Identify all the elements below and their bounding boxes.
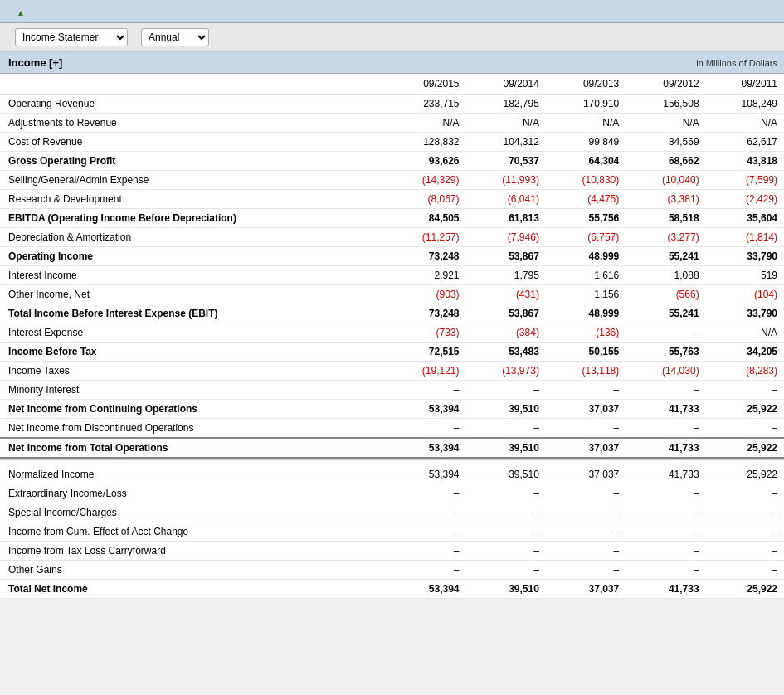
- table-row: Interest Expense(733)(384)(136)–N/A: [0, 323, 784, 343]
- row-value: N/A: [706, 114, 784, 133]
- row-value: 104,312: [466, 133, 546, 152]
- row-value: 48,999: [546, 304, 626, 323]
- section-header-row: Income [+] in Millions of Dollars: [0, 52, 784, 74]
- row-value: (2,429): [706, 190, 784, 209]
- row-label: Research & Development: [0, 190, 386, 209]
- row-value: 37,037: [546, 438, 626, 458]
- row-value: 1,156: [546, 285, 626, 304]
- row-value: –: [626, 503, 705, 522]
- row-value: (104): [706, 285, 784, 304]
- row-value: 108,249: [706, 95, 784, 114]
- row-value: (1,814): [706, 228, 784, 247]
- row-value: 41,733: [626, 579, 705, 598]
- row-value: 84,505: [386, 209, 465, 228]
- row-label: Special Income/Charges: [0, 503, 386, 522]
- row-value: (431): [466, 285, 546, 304]
- row-value: N/A: [546, 114, 626, 133]
- row-value: –: [466, 419, 546, 439]
- row-label: Income from Tax Loss Carryforward: [0, 541, 386, 560]
- units-label: in Millions of Dollars: [546, 52, 784, 74]
- row-value: 84,569: [626, 133, 705, 152]
- row-label: Selling/General/Admin Expense: [0, 171, 386, 190]
- row-value: 25,922: [706, 438, 784, 458]
- row-value: 39,510: [466, 579, 546, 598]
- row-value: –: [386, 503, 465, 522]
- row-label: Operating Revenue: [0, 95, 386, 114]
- section-title: Income [+]: [0, 52, 546, 74]
- row-value: (10,040): [626, 171, 705, 190]
- row-value: (11,257): [386, 228, 465, 247]
- row-value: 55,241: [626, 247, 705, 266]
- row-value: –: [626, 381, 705, 400]
- table-row: Depreciation & Amortization(11,257)(7,94…: [0, 228, 784, 247]
- row-value: (13,973): [466, 362, 546, 381]
- row-value: 73,248: [386, 304, 465, 323]
- row-value: (8,283): [706, 362, 784, 381]
- col-header-09/2015: 09/2015: [386, 74, 465, 95]
- row-value: 25,922: [706, 579, 784, 598]
- col-header-09/2013: 09/2013: [546, 74, 626, 95]
- row-label: Net Income from Total Operations: [0, 438, 386, 458]
- income-table-container: Income [+] in Millions of Dollars 09/201…: [0, 52, 784, 599]
- row-value: 53,394: [386, 459, 465, 484]
- column-header-row: 09/201509/201409/201309/201209/2011: [0, 74, 784, 95]
- row-label: Extraordinary Income/Loss: [0, 484, 386, 503]
- row-value: 53,867: [466, 247, 546, 266]
- row-value: 64,304: [546, 152, 626, 171]
- row-value: –: [546, 560, 626, 579]
- table-row: Total Income Before Interest Expense (EB…: [0, 304, 784, 323]
- row-value: –: [626, 560, 705, 579]
- price-change: ▲: [17, 8, 27, 17]
- row-value: –: [386, 419, 465, 439]
- table-row: Extraordinary Income/Loss–––––: [0, 484, 784, 503]
- row-value: 37,037: [546, 459, 626, 484]
- row-value: –: [706, 419, 784, 439]
- row-value: (903): [386, 285, 465, 304]
- row-value: (13,118): [546, 362, 626, 381]
- row-value: –: [626, 522, 705, 541]
- row-value: N/A: [466, 114, 546, 133]
- row-value: 39,510: [466, 400, 546, 419]
- table-row: Income from Cum. Effect of Acct Change––…: [0, 522, 784, 541]
- row-value: (14,030): [626, 362, 705, 381]
- row-value: N/A: [386, 114, 465, 133]
- table-row: Income Before Tax72,51553,48350,15555,76…: [0, 343, 784, 362]
- row-label: Depreciation & Amortization: [0, 228, 386, 247]
- row-value: (3,381): [626, 190, 705, 209]
- row-value: 33,790: [706, 304, 784, 323]
- row-value: 41,733: [626, 438, 705, 458]
- row-label: Gross Operating Profit: [0, 152, 386, 171]
- table-row: Income from Tax Loss Carryforward–––––: [0, 541, 784, 560]
- row-value: 182,795: [466, 95, 546, 114]
- col-header-09/2012: 09/2012: [626, 74, 705, 95]
- statement-select[interactable]: Income Statemer: [15, 28, 128, 46]
- row-label: Interest Expense: [0, 323, 386, 343]
- row-value: (4,475): [546, 190, 626, 209]
- view-select[interactable]: Annual: [141, 28, 209, 46]
- row-value: –: [706, 503, 784, 522]
- table-row: Operating Income73,24853,86748,99955,241…: [0, 247, 784, 266]
- row-value: –: [386, 522, 465, 541]
- row-value: –: [546, 522, 626, 541]
- row-value: 156,508: [626, 95, 705, 114]
- row-value: –: [466, 503, 546, 522]
- row-label: Income from Cum. Effect of Acct Change: [0, 522, 386, 541]
- row-label: Interest Income: [0, 266, 386, 285]
- table-row: Net Income from Continuing Operations53,…: [0, 400, 784, 419]
- row-value: (3,277): [626, 228, 705, 247]
- row-value: –: [706, 560, 784, 579]
- table-row: Research & Development(8,067)(6,041)(4,4…: [0, 190, 784, 209]
- row-value: –: [466, 381, 546, 400]
- row-value: 72,515: [386, 343, 465, 362]
- row-value: –: [386, 560, 465, 579]
- row-value: –: [706, 522, 784, 541]
- table-row: Minority Interest–––––: [0, 381, 784, 400]
- row-value: 53,394: [386, 438, 465, 458]
- row-value: –: [626, 323, 705, 343]
- row-value: 25,922: [706, 400, 784, 419]
- row-value: 519: [706, 266, 784, 285]
- row-label: Total Net Income: [0, 579, 386, 598]
- row-value: (11,993): [466, 171, 546, 190]
- row-label: Normalized Income: [0, 459, 386, 484]
- table-row: Operating Revenue233,715182,795170,91015…: [0, 95, 784, 114]
